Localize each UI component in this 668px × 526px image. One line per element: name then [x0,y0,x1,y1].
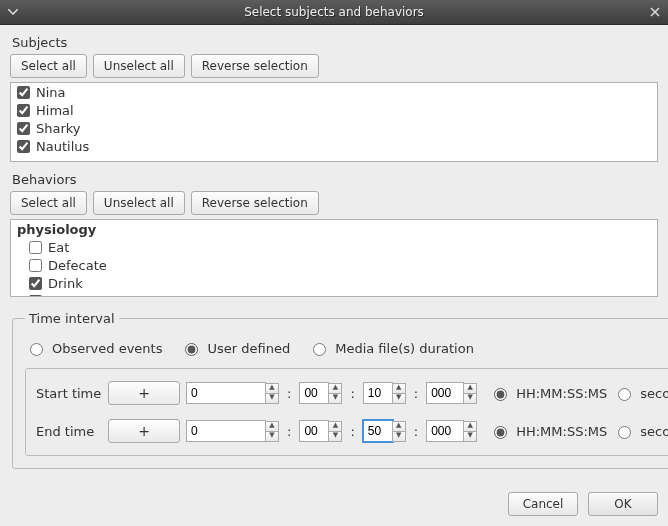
start-fmt-sec-radio[interactable] [618,388,631,401]
subjects-label: Subjects [12,35,658,50]
spin-down-icon[interactable]: ▼ [463,393,477,404]
end-fmt-sec-radio[interactable] [618,426,631,439]
window-title: Select subjects and behaviors [22,5,646,19]
behavior-name: Eat [48,240,69,255]
start-time-label: Start time [36,386,102,401]
time-interval-legend: Time interval [25,311,119,326]
spin-up-icon[interactable]: ▲ [265,383,279,393]
behavior-checkbox[interactable] [29,259,42,272]
spin-down-icon[interactable]: ▼ [265,431,279,442]
mode-media-label: Media file(s) duration [335,341,474,356]
subjects-reverse-button[interactable]: Reverse selection [191,54,319,78]
spin-down-icon[interactable]: ▼ [265,393,279,404]
cancel-button[interactable]: Cancel [508,492,578,516]
spin-up-icon[interactable]: ▲ [463,421,477,431]
subject-name: Nautilus [36,139,89,154]
fmt-hms-label: HH:MM:SS:MS [516,424,607,439]
subject-checkbox[interactable] [17,140,30,153]
titlebar: Select subjects and behaviors [0,0,668,25]
subject-checkbox[interactable] [17,86,30,99]
start-minutes-input[interactable] [299,382,329,404]
mode-observed-radio[interactable] [30,343,43,356]
spin-up-icon[interactable]: ▲ [392,383,406,393]
behavior-checkbox[interactable] [29,277,42,290]
start-fmt-hms-radio[interactable] [494,388,507,401]
spin-down-icon[interactable]: ▼ [328,431,342,442]
fmt-hms-label: HH:MM:SS:MS [516,386,607,401]
mode-media-radio[interactable] [313,343,326,356]
close-icon[interactable] [646,5,664,19]
end-hours-input[interactable] [186,420,266,442]
mode-user-label: User defined [207,341,290,356]
end-seconds-input[interactable] [363,420,393,442]
behavior-name: Rest [48,294,76,298]
subjects-select-all-button[interactable]: Select all [10,54,87,78]
dialog-window: Select subjects and behaviors Subjects S… [0,0,668,526]
behaviors-reverse-button[interactable]: Reverse selection [191,191,319,215]
fmt-sec-label: seconds [640,386,668,401]
minimize-icon[interactable] [4,5,22,19]
end-time-label: End time [36,424,102,439]
end-minutes-input[interactable] [299,420,329,442]
start-hours-input[interactable] [186,382,266,404]
subject-name: Nina [36,85,66,100]
behaviors-select-all-button[interactable]: Select all [10,191,87,215]
time-grid: Start time + ▲▼ : ▲▼ : ▲▼ : ▲▼ HH:MM:SS:… [25,368,668,456]
start-ms-input[interactable] [426,382,464,404]
subject-checkbox[interactable] [17,104,30,117]
behavior-group: physiology [17,222,96,237]
behaviors-unselect-all-button[interactable]: Unselect all [93,191,185,215]
spin-up-icon[interactable]: ▲ [328,383,342,393]
subjects-unselect-all-button[interactable]: Unselect all [93,54,185,78]
start-sign-button[interactable]: + [108,381,180,405]
subject-name: Sharky [36,121,81,136]
ok-button[interactable]: OK [588,492,658,516]
time-interval-group: Time interval Observed events User defin… [12,311,668,469]
spin-up-icon[interactable]: ▲ [463,383,477,393]
behavior-name: Drink [48,276,83,291]
spin-up-icon[interactable]: ▲ [265,421,279,431]
behaviors-list[interactable]: physiology Eat Defecate Drink Rest [10,219,658,297]
spin-down-icon[interactable]: ▼ [392,393,406,404]
end-sign-button[interactable]: + [108,419,180,443]
behavior-checkbox[interactable] [29,241,42,254]
spin-down-icon[interactable]: ▼ [463,431,477,442]
behavior-name: Defecate [48,258,107,273]
mode-observed-label: Observed events [52,341,162,356]
fmt-sec-label: seconds [640,424,668,439]
subjects-list[interactable]: Nina Himal Sharky Nautilus [10,82,658,162]
end-fmt-hms-radio[interactable] [494,426,507,439]
behaviors-label: Behaviors [12,172,658,187]
behavior-checkbox[interactable] [29,295,42,298]
spin-down-icon[interactable]: ▼ [328,393,342,404]
end-ms-input[interactable] [426,420,464,442]
subject-checkbox[interactable] [17,122,30,135]
subject-name: Himal [36,103,74,118]
spin-up-icon[interactable]: ▲ [328,421,342,431]
start-seconds-input[interactable] [363,382,393,404]
spin-up-icon[interactable]: ▲ [392,421,406,431]
spin-down-icon[interactable]: ▼ [392,431,406,442]
mode-user-radio[interactable] [185,343,198,356]
